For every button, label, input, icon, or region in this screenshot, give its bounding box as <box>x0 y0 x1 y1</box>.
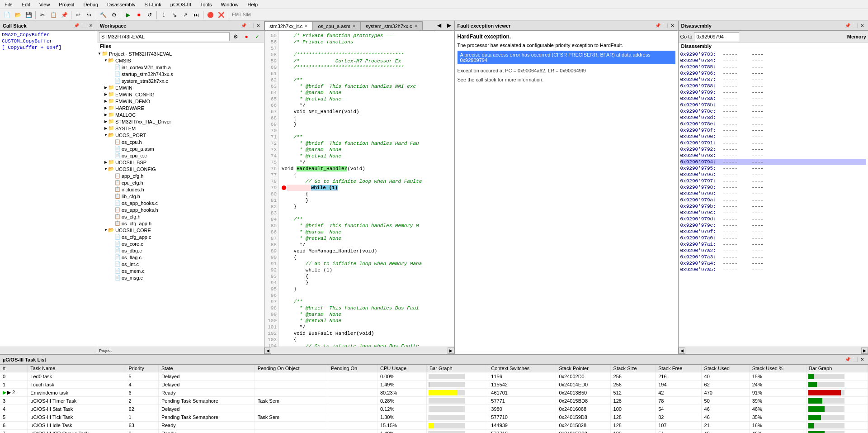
tab-stm32h7xx-it-close[interactable]: ✕ <box>304 24 308 29</box>
code-line[interactable]: { <box>282 273 452 280</box>
tree-item[interactable]: 📋 app_cfg.h <box>97 172 264 179</box>
table-row[interactable]: 6 uC/OS-III Idle Task 63 Ready 15.15% 14… <box>0 421 868 429</box>
tab-system-stm32-close[interactable]: ✕ <box>414 24 418 29</box>
table-row[interactable]: 4 uC/OS-III Stat Task 62 Delayed 0.12% 3… <box>0 405 868 413</box>
code-line[interactable]: } <box>282 204 452 210</box>
tree-toggle[interactable]: ▶ <box>104 106 108 110</box>
disasm-row[interactable]: 0x9290'9794: ----- ---- <box>680 159 867 165</box>
disasm-row[interactable]: 0x9290'97a2: ----- ---- <box>680 247 867 254</box>
tree-toggle[interactable]: ▶ <box>104 119 108 124</box>
tree-item[interactable]: 📄 os_msg.c <box>97 274 264 281</box>
disasm-row[interactable]: 0x9290'97a1: ----- ---- <box>680 241 867 247</box>
code-line[interactable]: */ <box>282 159 452 166</box>
tab-os-cpu-a-close[interactable]: ✕ <box>352 24 356 29</box>
stop-btn[interactable]: ■ <box>134 10 144 20</box>
tree-item[interactable]: ▼ 📂 UCOSIII_CONFIG <box>97 166 264 172</box>
code-line[interactable]: void BusFault_Handler(void) <box>282 330 452 337</box>
call-stack-hscroll[interactable] <box>0 347 97 354</box>
tree-item[interactable]: 📋 cpu_cfg.h <box>97 179 264 186</box>
tree-item[interactable]: ▶ 📁 UCOSIII_BSP <box>97 159 264 166</box>
disasm-row[interactable]: 0x9290'9785: ----- ---- <box>680 64 867 70</box>
code-line[interactable]: // Go to infinite loop when Hard Faulte <box>282 178 452 185</box>
code-line[interactable]: { <box>282 191 452 197</box>
tree-item[interactable]: 📄 os_int.c <box>97 261 264 267</box>
code-line[interactable]: */ <box>282 324 452 330</box>
disasm-close-btn[interactable]: ✕ <box>859 23 865 29</box>
code-line[interactable]: * @retval None <box>282 318 452 324</box>
menu-stlink[interactable]: ST-Link <box>142 1 164 8</box>
workspace-close-btn[interactable]: ✕ <box>255 23 261 29</box>
fault-pin-btn[interactable]: 📌 <box>655 23 661 29</box>
disasm-row[interactable]: 0x9290'97a0: ----- ---- <box>680 235 867 241</box>
disasm-row[interactable]: 0x9290'9799: ----- ---- <box>680 190 867 197</box>
code-line[interactable]: * @retval None <box>282 235 452 242</box>
tree-item[interactable]: 📄 system_stm32h7xx.c <box>97 77 264 84</box>
tree-toggle[interactable]: ▶ <box>104 160 108 164</box>
run-cursor-btn[interactable]: ⏭ <box>191 10 201 20</box>
code-line[interactable]: while (1) <box>287 185 338 191</box>
code-line[interactable]: { <box>282 337 452 343</box>
tree-item[interactable]: ▶ 📁 EMWIN_DEMO <box>97 98 264 105</box>
tab-os-cpu-a[interactable]: os_cpu_a.asm ✕ <box>313 21 361 30</box>
workspace-hscroll[interactable]: Project <box>97 347 264 354</box>
code-line[interactable]: * @retval None <box>282 153 452 159</box>
tree-toggle[interactable]: ▶ <box>104 86 108 90</box>
task-list-pin-btn[interactable]: 📌 <box>844 357 851 363</box>
tree-item[interactable]: 📄 os_flag.c <box>97 254 264 261</box>
disasm-row[interactable]: 0x9290'97a3: ----- ---- <box>680 254 867 260</box>
code-line[interactable]: */ <box>282 242 452 248</box>
disasm-row[interactable]: 0x9290'9784: ----- ---- <box>680 57 867 64</box>
code-line[interactable]: /** <box>282 77 452 83</box>
tree-item[interactable]: ▶ 📁 SYSTEM <box>97 125 264 132</box>
disasm-row[interactable]: 0x9290'9786: ----- ---- <box>680 70 867 76</box>
build-btn[interactable]: 🔨 <box>98 10 108 20</box>
disasm-row[interactable]: 0x9290'979a: ----- ---- <box>680 197 867 203</box>
editor-hscroll[interactable]: ◀ ▶ <box>264 347 454 354</box>
tree-toggle[interactable]: ▼ <box>104 58 108 62</box>
disasm-row[interactable]: 0x9290'979b: ----- ---- <box>680 203 867 209</box>
menu-ucos[interactable]: µC/OS-III <box>168 1 194 8</box>
table-row[interactable]: 3 uC/OS-III Timer Task 2 Pending Task Se… <box>0 397 868 405</box>
disasm-row[interactable]: 0x9290'97a4: ----- ---- <box>680 260 867 266</box>
code-line[interactable]: // Go to infinite loop when Bus Faulte <box>282 343 452 347</box>
disasm-hscroll[interactable]: ◀ ▶ <box>679 347 868 354</box>
disasm-row[interactable]: 0x9290'979e: ----- ---- <box>680 222 867 228</box>
menu-help[interactable]: Help <box>245 1 261 8</box>
tree-item[interactable]: 📄 os_dbg.c <box>97 247 264 254</box>
menu-edit[interactable]: Edit <box>19 1 33 8</box>
disasm-row[interactable]: 0x9290'978a: ----- ---- <box>680 95 867 102</box>
disasm-row[interactable]: 0x9290'9793: ----- ---- <box>680 152 867 159</box>
undo-btn[interactable]: ↩ <box>73 10 83 20</box>
code-line[interactable]: /* Cortex-M7 Processor Ex <box>282 58 452 64</box>
tree-item[interactable]: 📋 os_cfg_app.h <box>97 220 264 227</box>
paste-btn[interactable]: 📌 <box>59 10 69 20</box>
disasm-row[interactable]: 0x9290'979c: ----- ---- <box>680 209 867 216</box>
code-line[interactable]: } <box>282 286 452 292</box>
tree-toggle[interactable]: ▶ <box>104 99 108 103</box>
code-line[interactable]: while (1) <box>282 267 452 273</box>
save-btn[interactable]: 💾 <box>24 10 33 20</box>
redo-btn[interactable]: ↪ <box>84 10 94 20</box>
workspace-check-btn[interactable]: ✓ <box>252 32 262 42</box>
clear-bp-btn[interactable]: ❌ <box>216 10 226 20</box>
menu-project[interactable]: Project <box>56 1 77 8</box>
code-line[interactable]: { <box>282 254 452 261</box>
table-row[interactable]: 0 Led0 task 5 Delayed 0.00% 1156 0x24002… <box>0 372 868 381</box>
tree-item[interactable]: ▶ 📁 EMWIN_CONFIG <box>97 91 264 98</box>
disasm-row[interactable]: 0x9290'9797: ----- ---- <box>680 178 867 184</box>
disasm-row[interactable]: 0x9290'9796: ----- ---- <box>680 171 867 178</box>
menu-tools[interactable]: Tools <box>198 1 215 8</box>
disasm-row[interactable]: 0x9290'978f: ----- ---- <box>680 127 867 133</box>
disasm-row[interactable]: 0x9290'979f: ----- ---- <box>680 228 867 235</box>
disasm-row[interactable]: 0x9290'97a5: ----- ---- <box>680 266 867 273</box>
tree-item[interactable]: 📄 os_core.c <box>97 240 264 247</box>
code-line[interactable]: void MemManage_Handler(void) <box>282 248 452 254</box>
table-row[interactable]: 7 uC/OS-III ISR Queue Task 0 Ready 1.40%… <box>0 429 868 433</box>
code-line[interactable]: * @param None <box>282 90 452 96</box>
step-over-btn[interactable]: ⤵ <box>159 10 169 20</box>
tree-item[interactable]: ▼ 📂 UCOSIII_CORE <box>97 227 264 233</box>
disasm-row[interactable]: 0x9290'9788: ----- ---- <box>680 83 867 89</box>
workspace-float-btn[interactable]: ⬜ <box>248 23 254 29</box>
tree-item[interactable]: 📄 os_app_hooks.c <box>97 200 264 206</box>
code-line[interactable]: * @brief This function handles Hard Fau <box>282 140 452 147</box>
